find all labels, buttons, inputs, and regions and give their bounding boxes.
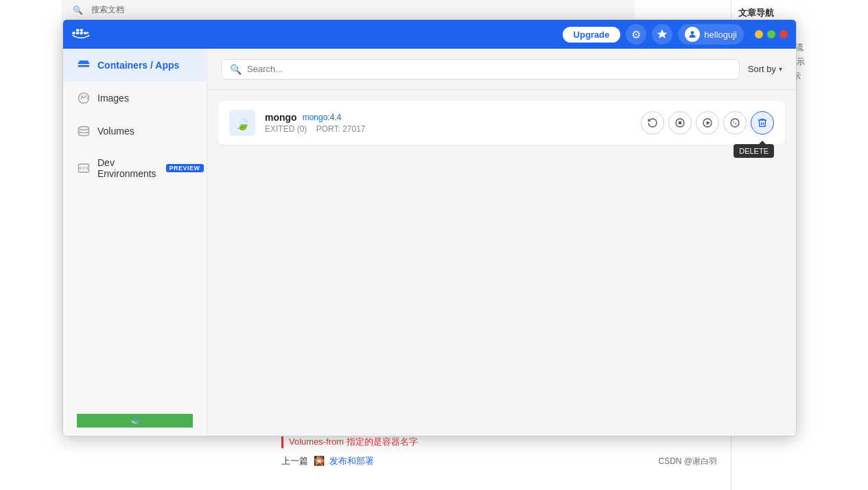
svg-rect-9 xyxy=(78,65,90,67)
delete-button[interactable] xyxy=(751,111,774,135)
svg-rect-0 xyxy=(72,32,75,35)
svg-rect-3 xyxy=(80,32,83,35)
container-icon: 🍃 xyxy=(229,110,255,136)
sidebar-item-images[interactable]: Images xyxy=(63,82,207,115)
content-panel: 🔍 Sort by ▾ 🍃 mongo mongo:4.4 xyxy=(207,49,796,436)
svg-rect-1 xyxy=(76,32,79,35)
sidebar: Containers / Apps Images xyxy=(63,49,207,436)
play-icon xyxy=(702,117,713,128)
search-input[interactable] xyxy=(247,64,731,74)
sort-button[interactable]: Sort by ▾ xyxy=(748,64,782,74)
svg-point-13 xyxy=(79,126,89,130)
sidebar-label-volumes: Volumes xyxy=(97,126,134,137)
containers-icon xyxy=(77,58,91,72)
restart-button[interactable] xyxy=(641,111,664,135)
volumes-icon xyxy=(77,124,91,138)
sidebar-item-volumes[interactable]: Volumes xyxy=(63,115,207,148)
svg-rect-8 xyxy=(78,62,90,65)
cli-button[interactable] xyxy=(723,111,747,135)
cli-icon xyxy=(729,117,740,128)
user-button[interactable]: helloguji xyxy=(678,24,744,45)
svg-rect-10 xyxy=(79,60,88,62)
svg-marker-18 xyxy=(707,121,710,124)
container-name: mongo xyxy=(265,112,297,123)
search-box: 🔍 xyxy=(221,59,740,80)
container-list: 🍃 mongo mongo:4.4 EXITED (0) PORT: 27017 xyxy=(207,90,796,436)
dev-icon xyxy=(77,161,91,175)
restart-icon xyxy=(647,117,658,128)
sort-label: Sort by xyxy=(748,64,776,74)
avatar xyxy=(685,27,700,42)
close-button[interactable]: × xyxy=(779,30,788,38)
preview-badge: PREVIEW xyxy=(166,164,204,172)
svg-rect-4 xyxy=(80,29,83,32)
search-icon: 🔍 xyxy=(230,64,242,75)
maximize-button[interactable]: □ xyxy=(767,30,775,38)
sidebar-label-containers: Containers / Apps xyxy=(97,60,179,71)
bg-panel-title: 文章导航 xyxy=(738,7,861,19)
svg-rect-5 xyxy=(84,32,86,35)
docker-logo-icon xyxy=(71,27,91,42)
sidebar-bottom: 🐳 xyxy=(63,406,207,436)
window-controls: – □ × xyxy=(755,30,788,38)
svg-point-12 xyxy=(81,95,83,97)
svg-point-6 xyxy=(86,32,89,34)
docker-status-bar: 🐳 xyxy=(77,414,193,428)
delete-tooltip: DELETE xyxy=(734,144,774,158)
upgrade-button[interactable]: Upgrade xyxy=(563,27,621,43)
svg-rect-16 xyxy=(679,121,681,124)
title-bar: Upgrade ⚙ helloguji – □ × xyxy=(63,20,796,49)
content-header: 🔍 Sort by ▾ xyxy=(207,49,796,90)
stop-button[interactable] xyxy=(668,111,692,135)
bg-bottom-link: 上一篇 🎇 发布和部署 xyxy=(281,455,374,467)
settings-button[interactable]: ⚙ xyxy=(626,24,646,45)
extensions-button[interactable] xyxy=(652,24,672,45)
bg-bottom-note: Volumes-from 指定的是容器名字 xyxy=(281,436,717,448)
svg-point-7 xyxy=(691,31,694,34)
minimize-button[interactable]: – xyxy=(755,30,763,38)
svg-point-19 xyxy=(731,119,739,127)
table-row: 🍃 mongo mongo:4.4 EXITED (0) PORT: 27017 xyxy=(218,101,785,145)
container-status: EXITED (0) PORT: 27017 xyxy=(265,124,631,134)
username-label: helloguji xyxy=(704,30,737,40)
bg-search-text: 搜索文档 xyxy=(91,4,124,16)
sidebar-label-dev: Dev Environments xyxy=(97,157,156,179)
chevron-down-icon: ▾ xyxy=(779,65,782,73)
svg-rect-2 xyxy=(76,29,79,32)
settings-icon: ⚙ xyxy=(631,28,641,41)
container-tag: mongo:4.4 xyxy=(303,113,342,122)
bg-bottom-right: CSDN @谢白羽 xyxy=(658,456,717,467)
docker-window: Upgrade ⚙ helloguji – □ × xyxy=(62,19,797,436)
sidebar-item-containers[interactable]: Containers / Apps xyxy=(63,49,207,82)
sidebar-item-dev-environments[interactable]: Dev Environments PREVIEW xyxy=(63,148,207,189)
bg-search-icon: 🔍 xyxy=(73,5,83,15)
sidebar-label-images: Images xyxy=(97,93,129,104)
container-actions: DELETE xyxy=(641,111,774,135)
container-info: mongo mongo:4.4 EXITED (0) PORT: 27017 xyxy=(265,112,631,134)
delete-action-wrapper: DELETE xyxy=(751,111,774,135)
start-button[interactable] xyxy=(696,111,719,135)
stop-icon xyxy=(675,117,685,128)
extensions-icon xyxy=(656,28,668,40)
images-icon xyxy=(77,91,91,105)
delete-icon xyxy=(757,117,768,128)
